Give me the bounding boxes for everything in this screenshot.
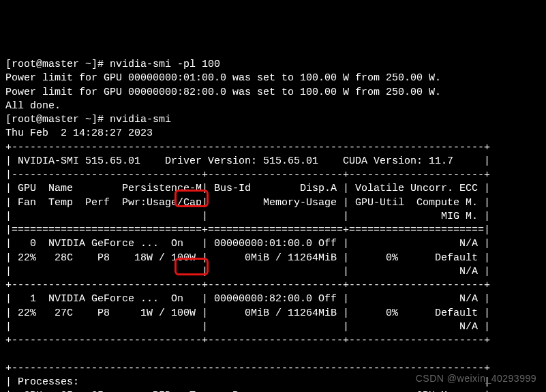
nvidia-smi-timestamp: Thu Feb 2 14:28:27 2023 — [5, 127, 153, 139]
gpu1-row-1: | 1 NVIDIA GeForce ... On | 00000000:82:… — [5, 293, 490, 305]
table-header-sep: |-------------------------------+-------… — [5, 169, 490, 181]
highlight-gpu1-power-cap — [175, 258, 209, 275]
shell-prompt-1: [root@master ~]# — [5, 59, 110, 70]
command-1[interactable]: nvidia-smi -pl 100 — [110, 59, 220, 70]
table-row-sep-1: +-------------------------------+-------… — [5, 280, 490, 291]
output-pl-gpu1: Power limit for GPU 00000000:82:00.0 was… — [5, 87, 441, 98]
table-row-sep-2: +-------------------------------+-------… — [5, 335, 490, 346]
output-pl-gpu0: Power limit for GPU 00000000:01:00.0 was… — [5, 72, 441, 84]
gpu0-row-3: | | | N/A | — [5, 266, 490, 277]
blank-line — [5, 348, 490, 360]
gpu1-row-3: | | | N/A | — [5, 321, 490, 333]
shell-prompt-2: [root@master ~]# — [5, 114, 110, 125]
output-pl-done: All done. — [5, 100, 61, 112]
table-version-row: | NVIDIA-SMI 515.65.01 Driver Version: 5… — [5, 155, 490, 167]
table-border-top: +---------------------------------------… — [5, 142, 490, 153]
gpu0-row-2: | 22% 28C P8 18W / 100W | 0MiB / 11264Mi… — [5, 252, 490, 264]
table-header-row-3: | | | MIG M. | — [5, 211, 490, 222]
gpu1-row-2: | 22% 27C P8 1W / 100W | 0MiB / 11264MiB… — [5, 307, 490, 319]
table-header-row-2: | Fan Temp Perf Pwr:Usage/Cap| Memory-Us… — [5, 197, 490, 209]
table-eq-sep: |===============================+=======… — [5, 224, 490, 236]
highlight-gpu0-power-cap — [175, 190, 209, 207]
watermark-text: CSDN @weixin_40293999 — [416, 372, 536, 385]
gpu0-row-1: | 0 NVIDIA GeForce ... On | 00000000:01:… — [5, 238, 490, 250]
table-header-row-1: | GPU Name Persistence-M| Bus-Id Disp.A … — [5, 183, 490, 194]
command-2[interactable]: nvidia-smi — [110, 114, 171, 125]
